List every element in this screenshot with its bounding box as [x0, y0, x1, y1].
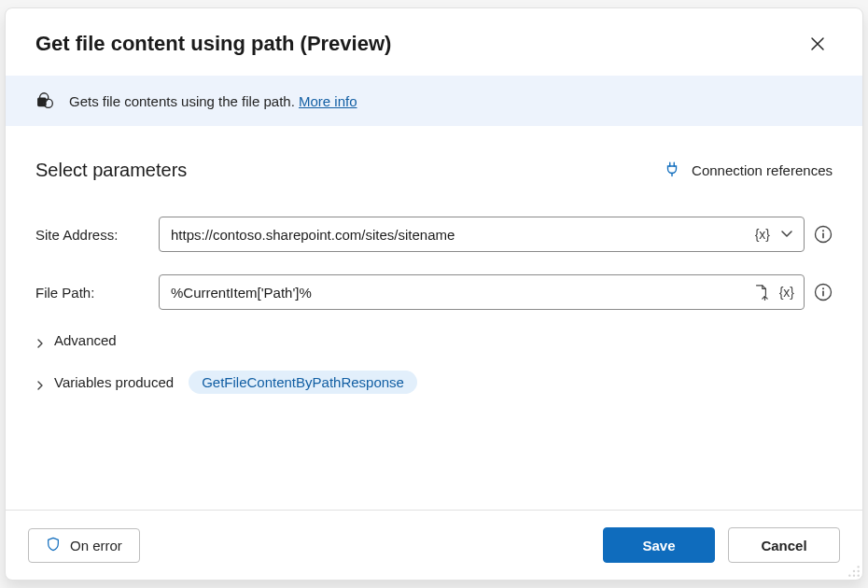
- variable-token-button[interactable]: {x}: [753, 227, 772, 242]
- cancel-button[interactable]: Cancel: [728, 527, 840, 563]
- dialog-footer: On error Save Cancel: [6, 510, 862, 580]
- dialog-header: Get file content using path (Preview): [6, 8, 862, 76]
- svg-point-10: [858, 566, 860, 567]
- on-error-label: On error: [70, 538, 122, 553]
- variables-produced-expander[interactable]: Variables produced GetFileContentByPathR…: [35, 371, 833, 394]
- chevron-down-icon: [779, 226, 794, 241]
- site-address-info-button[interactable]: [814, 225, 833, 244]
- svg-point-15: [858, 575, 860, 577]
- file-path-info-button[interactable]: [814, 283, 833, 301]
- variable-chip[interactable]: GetFileContentByPathResponse: [189, 371, 417, 394]
- sharepoint-icon: S: [35, 91, 56, 111]
- dialog-content: Select parameters Connection references …: [6, 126, 862, 510]
- plug-icon: [664, 161, 680, 180]
- save-button[interactable]: Save: [603, 527, 715, 563]
- close-icon: [810, 36, 825, 51]
- site-address-dropdown-button[interactable]: [779, 226, 796, 243]
- resize-grip-icon[interactable]: [847, 565, 861, 578]
- svg-point-14: [853, 575, 855, 577]
- site-address-label: Site Address:: [35, 227, 149, 243]
- section-heading: Select parameters: [35, 160, 187, 181]
- action-dialog: Get file content using path (Preview) S …: [5, 7, 863, 581]
- svg-point-12: [858, 570, 860, 572]
- info-icon: [814, 283, 833, 301]
- chevron-right-icon: [35, 377, 47, 388]
- section-header-row: Select parameters Connection references: [35, 160, 833, 181]
- on-error-button[interactable]: On error: [28, 528, 140, 563]
- file-path-input[interactable]: [171, 285, 751, 301]
- file-path-input-container: {x}: [159, 274, 805, 310]
- connection-references-button[interactable]: Connection references: [664, 161, 833, 180]
- file-picker-button[interactable]: [751, 283, 770, 301]
- dialog-title: Get file content using path (Preview): [35, 32, 391, 56]
- site-address-row: Site Address: {x}: [35, 217, 833, 252]
- svg-rect-6: [822, 233, 824, 239]
- advanced-expander[interactable]: Advanced: [35, 332, 833, 348]
- site-address-input[interactable]: [171, 227, 753, 243]
- svg-point-5: [822, 230, 824, 231]
- file-path-label: File Path:: [35, 285, 149, 301]
- close-button[interactable]: [803, 29, 833, 59]
- connection-references-label: Connection references: [692, 162, 833, 178]
- file-arrow-icon: [752, 284, 769, 301]
- more-info-link[interactable]: More info: [299, 93, 357, 109]
- site-address-input-container: {x}: [159, 217, 805, 252]
- advanced-label: Advanced: [54, 332, 117, 348]
- svg-rect-9: [822, 291, 824, 297]
- svg-text:S: S: [40, 99, 44, 105]
- svg-point-13: [848, 575, 850, 577]
- file-path-row: File Path: {x}: [35, 274, 833, 310]
- shield-icon: [46, 537, 61, 554]
- svg-point-11: [853, 570, 855, 572]
- info-icon: [814, 225, 833, 244]
- info-banner: S Gets file contents using the file path…: [6, 76, 862, 126]
- banner-text: Gets file contents using the file path. …: [69, 93, 357, 109]
- variables-produced-label: Variables produced: [54, 374, 174, 390]
- chevron-right-icon: [35, 335, 47, 346]
- variable-token-button[interactable]: {x}: [777, 285, 796, 300]
- svg-point-8: [822, 287, 824, 289]
